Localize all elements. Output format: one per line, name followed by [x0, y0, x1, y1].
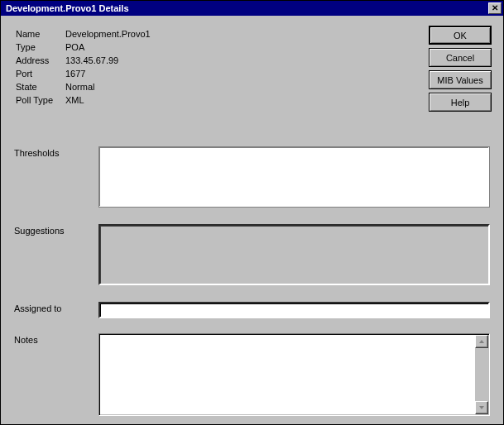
- label-address: Address: [16, 55, 65, 65]
- suggestions-row: Suggestions: [14, 224, 490, 285]
- thresholds-row: Thresholds: [14, 146, 490, 208]
- assigned-label: Assigned to: [14, 302, 98, 318]
- label-name: Name: [16, 29, 65, 39]
- value-address: 133.45.67.99: [65, 55, 118, 65]
- mib-values-button[interactable]: MIB Values: [429, 70, 492, 89]
- assigned-row: Assigned to: [14, 302, 490, 318]
- row-port: Port 1677: [16, 67, 151, 80]
- row-name: Name Development.Provo1: [16, 27, 151, 41]
- thresholds-label: Thresholds: [14, 146, 98, 208]
- suggestions-field: [98, 224, 490, 285]
- help-button[interactable]: Help: [429, 93, 492, 112]
- scroll-down-button[interactable]: [475, 401, 488, 414]
- dialog-window: Development.Provo1 Details ✕ Name Develo…: [0, 0, 504, 425]
- titlebar: Development.Provo1 Details ✕: [1, 1, 503, 16]
- ok-button[interactable]: OK: [429, 26, 492, 45]
- value-state: Normal: [65, 82, 94, 92]
- info-grid: Name Development.Provo1 Type POA Address…: [16, 27, 151, 107]
- notes-row: Notes: [14, 333, 490, 416]
- notes-text[interactable]: [99, 334, 475, 415]
- label-port: Port: [16, 69, 65, 79]
- thresholds-field[interactable]: [98, 146, 490, 208]
- close-icon: ✕: [492, 4, 498, 12]
- window-title: Development.Provo1 Details: [2, 3, 129, 13]
- row-state: State Normal: [16, 80, 151, 93]
- row-polltype: Poll Type XML: [16, 93, 151, 107]
- value-name: Development.Provo1: [65, 29, 151, 39]
- close-button[interactable]: ✕: [488, 2, 502, 14]
- suggestions-label: Suggestions: [14, 224, 98, 285]
- value-polltype: XML: [65, 95, 84, 105]
- label-state: State: [16, 82, 65, 92]
- notes-scrollbar[interactable]: [475, 335, 488, 414]
- label-type: Type: [16, 42, 65, 52]
- arrow-up-icon: [479, 340, 484, 343]
- label-polltype: Poll Type: [16, 95, 65, 105]
- value-type: POA: [65, 42, 84, 52]
- row-address: Address 133.45.67.99: [16, 54, 151, 67]
- scroll-up-button[interactable]: [475, 335, 488, 348]
- notes-field[interactable]: [98, 333, 490, 416]
- notes-label: Notes: [14, 333, 98, 416]
- value-port: 1677: [65, 69, 85, 79]
- cancel-button[interactable]: Cancel: [429, 48, 492, 67]
- arrow-down-icon: [479, 406, 484, 409]
- client-area: Name Development.Provo1 Type POA Address…: [1, 16, 503, 424]
- row-type: Type POA: [16, 41, 151, 54]
- button-stack: OK Cancel MIB Values Help: [429, 26, 492, 112]
- assigned-field[interactable]: [98, 302, 490, 318]
